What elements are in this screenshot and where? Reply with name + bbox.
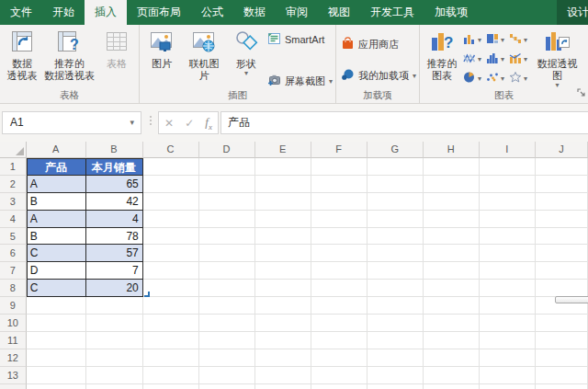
my-addins-button[interactable]: 我的加载项 ▾ [341, 68, 416, 83]
cell-I8[interactable] [480, 280, 536, 297]
cell-G7[interactable] [368, 262, 424, 280]
cell-I11[interactable] [480, 332, 536, 349]
cell-E6[interactable] [255, 245, 311, 262]
cell-B2[interactable]: 65 [86, 176, 143, 193]
cell-B7[interactable]: 7 [86, 262, 143, 280]
cell-F6[interactable] [311, 245, 368, 262]
cell-E11[interactable] [255, 332, 311, 349]
cell-E1[interactable] [255, 158, 311, 176]
cell-J6[interactable] [536, 245, 588, 262]
cell-I4[interactable] [480, 211, 536, 228]
column-header-B[interactable]: B [86, 142, 143, 158]
cell-G13[interactable] [368, 367, 424, 384]
cell-C5[interactable] [143, 228, 199, 246]
table-resize-handle[interactable] [144, 292, 150, 297]
line-chart-button[interactable]: ▾ [463, 51, 481, 67]
cell-G9[interactable] [368, 297, 424, 315]
cell-I13[interactable] [480, 367, 536, 384]
cell-E10[interactable] [255, 315, 311, 332]
cell-H9[interactable] [424, 297, 480, 315]
tab-formulas[interactable]: 公式 [191, 0, 233, 25]
recommended-charts-button[interactable]: ? 推荐的 图表 [423, 28, 461, 82]
cell-C10[interactable] [143, 315, 199, 332]
cell-F13[interactable] [311, 367, 368, 384]
tab-data[interactable]: 数据 [233, 0, 276, 25]
cell-G5[interactable] [368, 228, 424, 246]
cell-H1[interactable] [424, 158, 480, 176]
combo-chart-button[interactable]: ▾ [509, 51, 527, 67]
cell-J1[interactable] [536, 158, 588, 176]
hierarchy-chart-button[interactable]: ▾ [486, 31, 504, 48]
row-header-11[interactable]: 11 [0, 332, 27, 349]
scatter-chart-button[interactable]: ▾ [486, 70, 504, 86]
row-header-4[interactable]: 4 [0, 211, 27, 228]
cell-F5[interactable] [311, 228, 368, 246]
name-box-dropdown-arrow[interactable]: ▾ [130, 112, 134, 133]
cell-I6[interactable] [480, 245, 536, 262]
cell-B11[interactable] [86, 332, 143, 349]
row-header-7[interactable]: 7 [0, 262, 27, 280]
cell-H8[interactable] [424, 280, 480, 297]
cell-D9[interactable] [199, 297, 255, 315]
tab-page-layout[interactable]: 页面布局 [127, 0, 191, 25]
cell-C2[interactable] [143, 176, 199, 193]
column-header-G[interactable]: G [368, 142, 424, 158]
cell-D14[interactable] [199, 384, 255, 389]
cell-F4[interactable] [311, 211, 368, 228]
cell-F3[interactable] [311, 193, 368, 211]
cell-A3[interactable]: B [27, 193, 86, 211]
cell-D2[interactable] [199, 176, 255, 193]
cell-G6[interactable] [368, 245, 424, 262]
cell-B9[interactable] [86, 297, 143, 315]
cell-H11[interactable] [424, 332, 480, 349]
column-header-J[interactable]: J [536, 142, 588, 158]
cell-I10[interactable] [480, 315, 536, 332]
cell-H4[interactable] [424, 211, 480, 228]
row-header-13[interactable]: 13 [0, 367, 27, 384]
cell-C9[interactable] [143, 297, 199, 315]
cell-D7[interactable] [199, 262, 255, 280]
cell-J10[interactable] [536, 315, 588, 332]
cell-E9[interactable] [255, 297, 311, 315]
cell-A8[interactable]: C [27, 280, 86, 297]
shapes-button[interactable]: 形状 ▾ [227, 28, 266, 76]
cell-G3[interactable] [368, 193, 424, 211]
cell-F7[interactable] [311, 262, 368, 280]
row-header-9[interactable]: 9 [0, 297, 27, 315]
cell-J7[interactable] [536, 262, 588, 280]
radar-chart-button[interactable]: ▾ [509, 70, 527, 86]
cell-G11[interactable] [368, 332, 424, 349]
cell-F8[interactable] [311, 280, 368, 297]
cell-D6[interactable] [199, 245, 255, 262]
cell-A12[interactable] [27, 349, 86, 367]
column-header-C[interactable]: C [143, 142, 199, 158]
formula-bar-drag-dots[interactable] [149, 116, 153, 125]
cell-I2[interactable] [480, 176, 536, 193]
cell-B14[interactable] [86, 384, 143, 389]
row-header-10[interactable]: 10 [0, 315, 27, 332]
cell-B13[interactable] [86, 367, 143, 384]
row-header-8[interactable]: 8 [0, 280, 27, 297]
cell-H7[interactable] [424, 262, 480, 280]
cell-B8[interactable]: 20 [86, 280, 143, 297]
cell-J4[interactable] [536, 211, 588, 228]
pivotchart-button[interactable]: 数据透视图 ▾ [529, 28, 585, 88]
row-header-3[interactable]: 3 [0, 193, 27, 211]
recommended-pivottables-button[interactable]: ? 推荐的 数据透视表 [41, 28, 97, 82]
row-header-12[interactable]: 12 [0, 349, 27, 367]
cell-E14[interactable] [255, 384, 311, 389]
cell-D11[interactable] [199, 332, 255, 349]
cell-F10[interactable] [311, 315, 368, 332]
cell-F2[interactable] [311, 176, 368, 193]
cell-J8[interactable] [536, 280, 588, 297]
name-box[interactable]: A1 ▾ [2, 111, 141, 134]
formula-input[interactable]: 产品 [220, 111, 588, 134]
enter-icon[interactable]: ✓ [185, 117, 194, 130]
pie-chart-button[interactable]: ▾ [463, 70, 481, 86]
cell-B10[interactable] [86, 315, 143, 332]
column-header-F[interactable]: F [311, 142, 368, 158]
tab-view[interactable]: 视图 [318, 0, 360, 25]
cell-E2[interactable] [255, 176, 311, 193]
cell-H14[interactable] [424, 384, 480, 389]
cell-I12[interactable] [480, 349, 536, 367]
